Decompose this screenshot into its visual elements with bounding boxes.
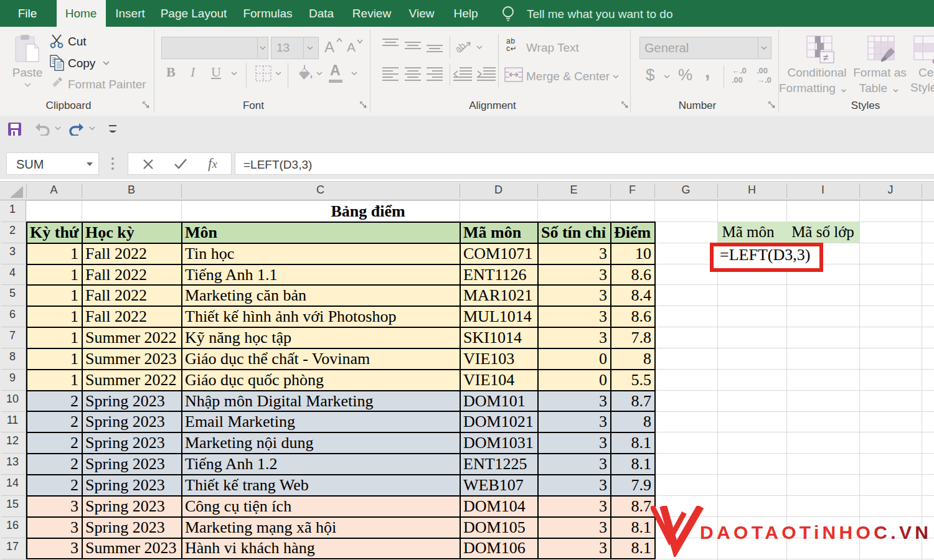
svg-text:DAOTAOTiNHOC.VN: DAOTAOTiNHOC.VN <box>700 522 929 543</box>
svg-text:≠: ≠ <box>823 52 829 63</box>
